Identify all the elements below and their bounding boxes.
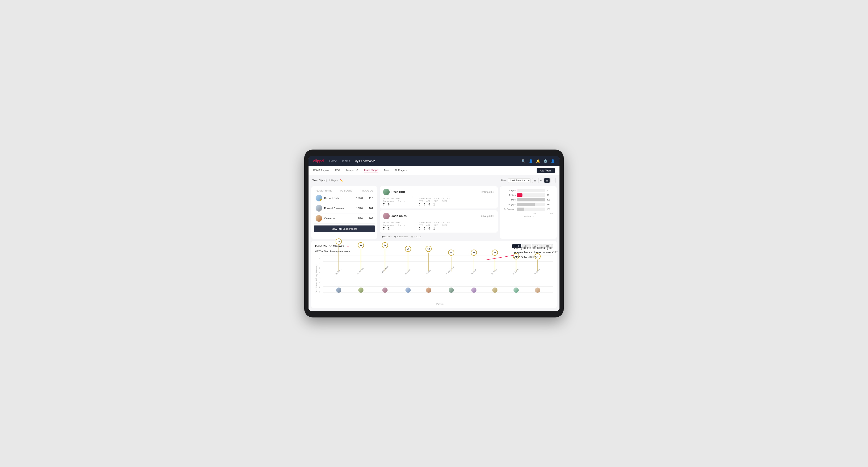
practice-sub-label: Practice: [398, 224, 405, 226]
y-tick-2: 2: [319, 281, 323, 283]
player-name: Richard Butler: [324, 197, 353, 199]
arg-val: 0: [428, 227, 430, 230]
add-team-button[interactable]: Add Team: [536, 168, 555, 173]
x-label-0: 0: [517, 212, 518, 214]
chart-title: Total Shots: [503, 215, 553, 218]
list-view-icon[interactable]: ≡: [538, 178, 544, 183]
subnav-all-players[interactable]: All Players: [395, 169, 407, 172]
streak-player-avatar: [358, 287, 364, 293]
shot-chart-panel: Eagles 3 Birdies 96: [500, 186, 557, 239]
player-avg: 110: [366, 197, 373, 199]
streak-bar-col: 4xE. Crossman: [446, 250, 457, 293]
period-select[interactable]: Last 3 months: [508, 178, 531, 183]
streak-bubble: 6x: [358, 242, 364, 248]
subnav-pgat[interactable]: PGAT Players: [313, 169, 330, 172]
bar-label-pars: Pars: [503, 198, 516, 201]
search-icon[interactable]: 🔍: [522, 159, 526, 163]
streak-player-name: D. Billingham: [379, 266, 393, 279]
streaks-section: Best Round Streaks ← OTT APP ARG PUTT Of…: [311, 241, 557, 308]
legend-tournament: Tournament: [394, 236, 408, 238]
x-axis: 0 200 400: [503, 212, 553, 214]
app-logo: clippd: [313, 159, 323, 163]
arg-label: ARG: [434, 224, 438, 226]
tournament-val: 7: [383, 227, 385, 230]
streak-bar-col: 6xD. Billingham: [379, 242, 391, 293]
subnav-team-clippd[interactable]: Team Clippd: [364, 168, 378, 173]
detail-view-icon[interactable]: ▤: [545, 178, 550, 183]
settings-icon[interactable]: ⚙️: [544, 159, 548, 163]
streak-bubble: 4x: [492, 250, 498, 256]
nav-icons: 🔍 👤 🔔 ⚙️ 👤: [522, 159, 555, 163]
profile-icon[interactable]: 👤: [529, 159, 533, 163]
card-header: Josh Coles 26 Aug 2023: [383, 213, 494, 219]
ott-val: 0: [418, 203, 420, 206]
top-navigation: clippd Home Teams My Performance 🔍 👤 🔔 ⚙…: [309, 156, 559, 166]
grid-view-icon[interactable]: ⊞: [532, 178, 537, 183]
rounds-sub-headers: Tournament Practice: [383, 224, 405, 226]
bar-fill: [517, 198, 545, 201]
leaderboard-panel: PLAYER NAME PB SCORE PB AVG SQ 1 Richard…: [311, 186, 377, 239]
team-name-label: Team Clippd |: [312, 179, 328, 182]
edit-icon[interactable]: ✏️: [340, 179, 343, 182]
streak-bubble: 7x: [336, 239, 342, 245]
table-row: 1 Richard Butler 19/20 110: [314, 193, 375, 203]
practice-val: 2: [388, 227, 390, 230]
player-card-josh-coles: Josh Coles 26 Aug 2023 Total Rounds Tour…: [380, 210, 498, 232]
app-val: 0: [424, 227, 425, 230]
streak-player-avatar: [535, 287, 540, 293]
col-pb-avg: PB AVG SQ: [361, 190, 373, 192]
user-avatar[interactable]: 👤: [551, 159, 555, 163]
rank-badge: 2: [320, 209, 322, 212]
subnav-hcaps[interactable]: Hcaps 1-5: [346, 169, 358, 172]
notification-icon[interactable]: 🔔: [536, 159, 540, 163]
streak-bubble: 6x: [382, 242, 388, 248]
nav-home[interactable]: Home: [329, 159, 337, 163]
y-tick-7: 7: [319, 257, 323, 260]
player-count: 14 Players: [328, 179, 338, 182]
view-icons: ⊞ ≡ ▤ ↕: [532, 178, 556, 183]
annotation-box: Here you can see streaks your players ha…: [514, 246, 559, 259]
streaks-title-group: Best Round Streaks ←: [315, 244, 349, 248]
y-tick-0: 0: [319, 291, 323, 293]
y-ticks: 7 6 5 4 3 2 1 0: [319, 255, 323, 302]
practice-activities-group: Total Practice Activities OTT APP ARG PU…: [418, 197, 450, 206]
compact-view-icon[interactable]: ↕: [551, 178, 556, 183]
bar-track: [517, 203, 545, 206]
app-label: APP: [426, 224, 431, 226]
view-leaderboard-button[interactable]: View Full Leaderboard: [314, 225, 375, 232]
subnav-pga[interactable]: PGA: [335, 169, 341, 172]
tablet-screen: clippd Home Teams My Performance 🔍 👤 🔔 ⚙…: [309, 156, 559, 311]
total-rounds-label: Total Rounds: [383, 197, 405, 199]
streak-bubble: 5x: [405, 246, 411, 252]
streak-line: [338, 246, 339, 272]
ott-label: OTT: [418, 200, 423, 203]
nav-my-performance[interactable]: My Performance: [354, 159, 375, 163]
practice-sub-headers: OTT APP ARG PUTT: [418, 200, 450, 203]
streak-player-avatar: [382, 287, 388, 293]
player-card-rees-britt: Rees Britt 02 Sep 2023 Total Rounds Tour…: [380, 186, 498, 209]
practice-activities-group: Total Practice Activities OTT APP ARG PU…: [418, 221, 450, 230]
bar-label-dbogeys: D. Bogeys +: [503, 208, 516, 210]
total-rounds-group: Total Rounds Tournament Practice 7 6: [383, 197, 405, 206]
player-avg: 103: [366, 217, 373, 220]
x-axis-label: Players: [315, 303, 553, 305]
card-date: 02 Sep 2023: [481, 191, 494, 193]
card-avatar: [383, 213, 390, 219]
avatar: 2: [316, 205, 322, 212]
practice-values: 0 0 0 1: [418, 203, 450, 206]
subnav-tour[interactable]: Tour: [384, 169, 389, 172]
streak-player-avatar: [514, 287, 519, 293]
show-label: Show: [500, 179, 506, 182]
bar-row-dbogeys: D. Bogeys + 131: [503, 208, 553, 211]
y-axis-container: Best Streak, Fairway Accuracy: [315, 255, 319, 302]
streak-bar-col: 4xM. Miller: [491, 250, 498, 293]
putt-label: PUTT: [442, 224, 447, 226]
player-name: Cameron...: [324, 217, 353, 220]
streak-bar-col: 5xJ. Coles: [404, 246, 411, 293]
avatar: 3: [316, 215, 322, 222]
bar-row-pars: Pars 499: [503, 198, 553, 201]
player-name: Edward Crossman: [324, 207, 353, 210]
total-rounds-label: Total Rounds: [383, 221, 405, 224]
bar-label-birdies: Birdies: [503, 194, 516, 196]
nav-teams[interactable]: Teams: [342, 159, 350, 163]
